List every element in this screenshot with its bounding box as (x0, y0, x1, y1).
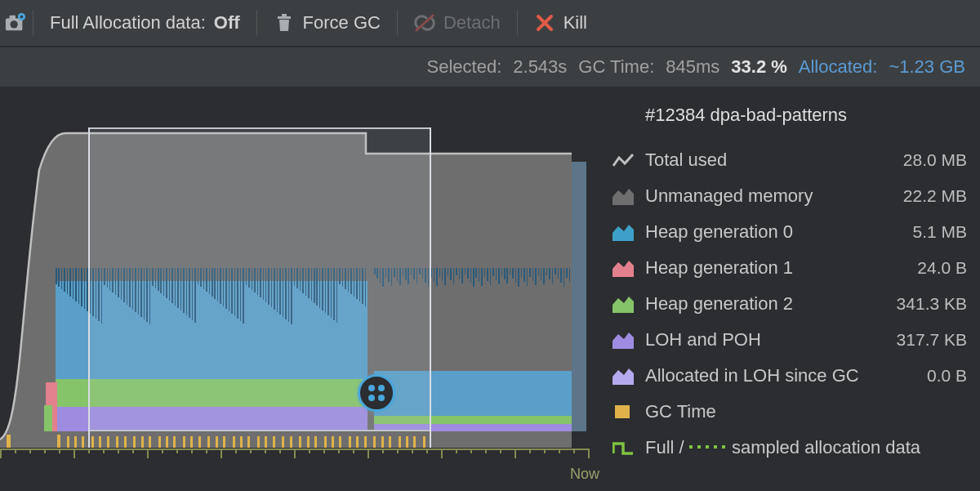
legend-value: 22.2 MB (882, 186, 972, 206)
trash-icon (274, 12, 295, 33)
selected-label: Selected: (427, 56, 502, 78)
time-ruler[interactable] (0, 449, 588, 468)
snapshot-marker[interactable] (358, 374, 395, 412)
legend-gen0[interactable]: Heap generation 0 5.1 MB (612, 214, 972, 250)
legend-label: Allocated in LOH since GC (645, 365, 871, 386)
snapshot-settings-icon[interactable] (5, 12, 26, 33)
legend-label: GC Time (645, 401, 871, 422)
legend-total-used[interactable]: Total used 28.0 MB (612, 142, 972, 178)
process-title: #12384 dpa-bad-patterns (645, 105, 972, 126)
gc-time-pct: 33.2 % (731, 56, 787, 78)
allocated-label: Allocated: (799, 56, 878, 78)
legend-value: 28.0 MB (882, 150, 972, 170)
legend-gc-time[interactable]: GC Time (612, 394, 972, 430)
memory-chart[interactable] (0, 121, 572, 448)
area-icon (612, 187, 634, 205)
legend-panel: #12384 dpa-bad-patterns Total used 28.0 … (588, 88, 980, 491)
legend-value: 24.0 B (882, 258, 972, 278)
selection-handle-left[interactable] (88, 127, 90, 448)
legend-label: Total used (645, 150, 871, 171)
detach-icon (414, 12, 435, 33)
svg-point-4 (20, 16, 24, 19)
grid-dots-icon (368, 385, 385, 401)
legend-label: Heap generation 2 (645, 293, 871, 315)
chart-area[interactable]: Now (0, 88, 588, 491)
separator (517, 10, 518, 36)
detach-button: Detach (399, 0, 515, 46)
separator (256, 10, 257, 36)
legend-label: Unmanaged memory (645, 185, 871, 207)
ruler-now-label: Now (570, 466, 599, 483)
separator (33, 10, 33, 36)
area-icon (612, 295, 634, 313)
square-icon (612, 403, 634, 421)
selection-handle-right[interactable] (430, 127, 431, 448)
legend-label: Full / sampled allocation data (645, 437, 972, 458)
gc-time-value: 845ms (666, 56, 719, 78)
selected-value: 2.543s (513, 56, 567, 78)
legend-gen1[interactable]: Heap generation 1 24.0 B (612, 250, 972, 286)
kill-label: Kill (564, 12, 587, 33)
gc-time-bars (0, 433, 572, 448)
dotted-line-icon (689, 445, 727, 449)
area-icon (612, 367, 634, 385)
legend-loh[interactable]: LOH and POH 317.7 KB (612, 322, 972, 358)
area-icon (612, 223, 634, 241)
svg-rect-1 (10, 16, 16, 20)
gc-time-label: GC Time: (578, 56, 654, 78)
legend-label: Heap generation 0 (645, 221, 871, 243)
legend-unmanaged[interactable]: Unmanaged memory 22.2 MB (612, 178, 972, 214)
current-position-marker (572, 162, 586, 431)
force-gc-label: Force GC (303, 12, 381, 33)
allocation-data-label: Full Allocation data: (50, 12, 206, 33)
allocated-value: ~1.23 GB (889, 56, 965, 78)
legend-value: 0.0 B (882, 366, 972, 386)
kill-button[interactable]: Kill (519, 0, 602, 46)
separator (397, 10, 398, 36)
svg-rect-6 (282, 14, 287, 16)
detach-label: Detach (443, 12, 501, 33)
area-icon (612, 259, 634, 277)
toolbar: Full Allocation data: Off Force GC Detac… (0, 0, 980, 47)
main-area: Now #12384 dpa-bad-patterns Total used 2… (0, 88, 980, 491)
legend-value: 5.1 MB (882, 222, 972, 242)
legend-label: LOH and POH (645, 329, 871, 350)
area-icon (612, 331, 634, 349)
line-icon (612, 151, 634, 169)
close-x-icon (534, 12, 555, 33)
legend-alloc-data[interactable]: Full / sampled allocation data (612, 430, 972, 466)
legend-value: 317.7 KB (882, 330, 972, 350)
legend-gen2[interactable]: Heap generation 2 341.3 KB (612, 286, 972, 322)
svg-point-2 (11, 20, 18, 28)
legend-label: Heap generation 1 (645, 257, 871, 279)
step-line-icon (612, 439, 634, 457)
allocation-data-toggle[interactable]: Full Allocation data: Off (35, 0, 255, 46)
allocation-data-state: Off (214, 12, 240, 33)
svg-rect-5 (278, 16, 291, 19)
status-bar: Selected: 2.543s GC Time: 845ms 33.2 % A… (0, 47, 980, 88)
svg-rect-10 (615, 405, 630, 418)
legend-value: 341.3 KB (882, 294, 972, 314)
legend-loh-alloc[interactable]: Allocated in LOH since GC 0.0 B (612, 358, 972, 394)
force-gc-button[interactable]: Force GC (259, 0, 395, 46)
